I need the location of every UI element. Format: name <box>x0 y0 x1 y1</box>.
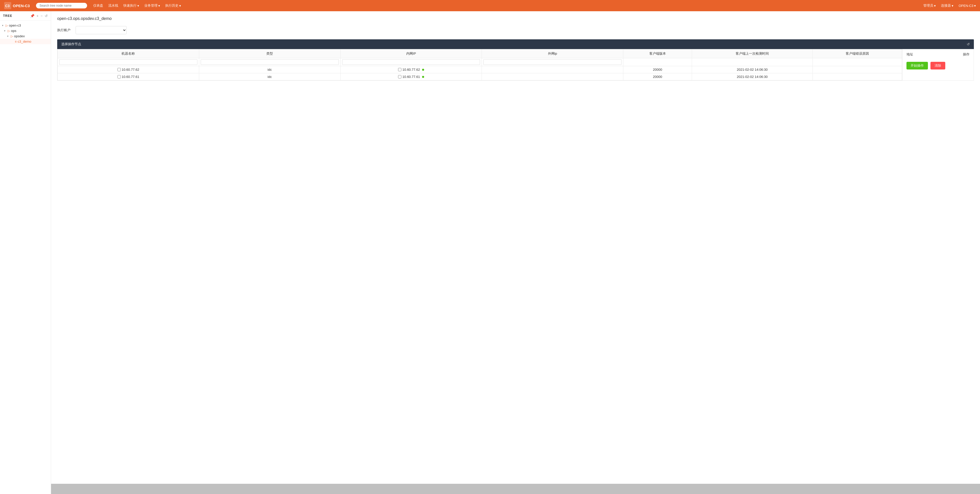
folder-icon: ▷ <box>6 24 8 27</box>
action-buttons: 开始操作 清除 <box>907 62 969 70</box>
cell-type: idc <box>199 66 340 73</box>
table-area: 机器名称 类型 内网IP 外网ip 客户端版本 客户端上一次检测时间 客户端错误… <box>57 49 974 81</box>
gray-area <box>51 484 980 494</box>
start-button[interactable]: 开始操作 <box>907 62 928 70</box>
account-form-row: 执行账户 <box>57 26 974 34</box>
row1-status-dot <box>422 69 424 71</box>
filter-name-cell <box>58 58 199 66</box>
file-icon: ≡ <box>15 40 17 43</box>
tree-toggle: ▾ <box>7 35 11 38</box>
row2-inner-ip: 10.60.77.61 <box>402 75 420 79</box>
sidebar-header: TREE 📌 + − ↺ <box>0 11 51 21</box>
row2-checkbox[interactable] <box>118 75 121 78</box>
main-nav: 仪表盘 流水线 快速执行 ▾ 业务管理 ▾ 执行历史 ▾ <box>93 3 918 8</box>
row1-ip-checkbox[interactable] <box>398 68 401 71</box>
nav-dashboard[interactable]: 仪表盘 <box>93 3 103 8</box>
cell-outer-ip <box>482 66 623 73</box>
tree-label: opsdev <box>14 34 25 38</box>
filter-type-input[interactable] <box>201 59 339 65</box>
pin-icon[interactable]: 📌 <box>30 14 35 18</box>
cell-error <box>813 66 902 73</box>
col-outer-ip: 外网ip <box>482 49 623 58</box>
clear-button[interactable]: 清除 <box>931 62 945 70</box>
header-right: 管理员 ▾ 连接器 ▾ OPEN-C3 ▾ <box>923 3 976 8</box>
cell-name: 10.60.77.62 <box>58 66 199 73</box>
tree-node-c3-demo[interactable]: ≡ c3_demo <box>0 39 51 44</box>
filter-row <box>58 58 902 66</box>
row1-name: 10.60.77.62 <box>122 68 139 72</box>
folder-icon: ▷ <box>8 29 10 33</box>
tree-node-ops[interactable]: ▾ ▷ ops <box>0 28 51 33</box>
page-title: open-c3.ops.opsdev.c3_demo <box>57 16 974 21</box>
main-content: open-c3.ops.opsdev.c3_demo 执行账户 选择操作节点 ↺ <box>51 11 980 484</box>
tree-label: c3_demo <box>18 40 31 43</box>
filter-name-input[interactable] <box>59 59 197 65</box>
filter-outer-ip-cell <box>482 58 623 66</box>
filter-outer-ip-input[interactable] <box>484 59 622 65</box>
cell-version: 20000 <box>623 73 692 80</box>
row2-status-dot <box>422 76 424 78</box>
section-title: 选择操作节点 <box>61 42 81 46</box>
table-row: 10.60.77.62 idc 10.60.77.62 <box>58 66 902 73</box>
app-logo[interactable]: C3 OPEN-C3 <box>4 2 30 9</box>
filter-version-cell <box>623 58 692 66</box>
tree-label: open-c3 <box>9 24 21 27</box>
svg-text:C3: C3 <box>5 4 10 8</box>
cell-outer-ip <box>482 73 623 80</box>
select-nodes-section: 选择操作节点 ↺ 机器名称 类型 内网IP 外网ip <box>57 39 974 81</box>
tree-toggle: ▾ <box>4 29 8 32</box>
nav-biz-mgmt[interactable]: 业务管理 ▾ <box>144 3 160 8</box>
cell-name: 10.60.77.61 <box>58 73 199 80</box>
add-node-icon[interactable]: + <box>37 14 38 18</box>
left-table: 机器名称 类型 内网IP 外网ip 客户端版本 客户端上一次检测时间 客户端错误… <box>57 49 902 80</box>
col-error: 客户端错误原因 <box>813 49 902 58</box>
refresh-icon[interactable]: ↺ <box>45 14 48 18</box>
tree-toggle: ▾ <box>2 24 6 27</box>
sidebar-icons: 📌 + − ↺ <box>30 14 48 18</box>
connector-menu[interactable]: 连接器 ▾ <box>941 3 953 8</box>
col-last-check: 客户端上一次检测时间 <box>692 49 813 58</box>
section-refresh-icon[interactable]: ↺ <box>967 42 970 46</box>
filter-type-cell <box>199 58 340 66</box>
row1-inner-ip: 10.60.77.62 <box>402 68 420 72</box>
row2-name: 10.60.77.61 <box>122 75 139 79</box>
filter-inner-ip-input[interactable] <box>342 59 480 65</box>
cell-last-check: 2021-02-02 14:06:30 <box>692 66 813 73</box>
tree-node-open-c3[interactable]: ▾ ▷ open-c3 <box>0 23 51 28</box>
right-side-area: 地址 操作 开始操作 清除 <box>902 49 974 80</box>
col-name: 机器名称 <box>58 49 199 58</box>
app-header: C3 OPEN-C3 仪表盘 流水线 快速执行 ▾ 业务管理 ▾ 执行历史 ▾ … <box>0 0 980 11</box>
cell-error <box>813 73 902 80</box>
cell-type: idc <box>199 73 340 80</box>
col-inner-ip: 内网IP <box>340 49 482 58</box>
cell-inner-ip: 10.60.77.61 <box>340 73 482 80</box>
tree-container: ▾ ▷ open-c3 ▾ ▷ ops ▾ ▷ opsdev ≡ c3_demo <box>0 21 51 46</box>
nav-exec-history[interactable]: 执行历史 ▾ <box>165 3 181 8</box>
account-select[interactable] <box>76 26 127 34</box>
open-c3-menu[interactable]: OPEN-C3 ▾ <box>959 4 976 8</box>
table-row: 10.60.77.61 idc 10.60.77.61 <box>58 73 902 80</box>
addr-col-title: 地址 <box>907 52 913 57</box>
filter-check-cell <box>692 58 813 66</box>
tree-node-opsdev[interactable]: ▾ ▷ opsdev <box>0 33 51 39</box>
logo-text: OPEN-C3 <box>13 3 30 8</box>
col-client-version: 客户端版本 <box>623 49 692 58</box>
sidebar: TREE 📌 + − ↺ ▾ ▷ open-c3 ▾ ▷ ops <box>0 11 51 494</box>
nav-pipeline[interactable]: 流水线 <box>108 3 118 8</box>
filter-inner-ip-cell <box>340 58 482 66</box>
account-label: 执行账户 <box>57 28 73 32</box>
row1-checkbox[interactable] <box>118 68 121 71</box>
admin-menu[interactable]: 管理员 ▾ <box>923 3 936 8</box>
remove-node-icon[interactable]: − <box>41 14 43 18</box>
cell-last-check: 2021-02-02 14:06:30 <box>692 73 813 80</box>
tree-label: ops <box>11 29 16 33</box>
search-input[interactable] <box>36 3 87 8</box>
op-col-title: 操作 <box>963 52 969 57</box>
col-type: 类型 <box>199 49 340 58</box>
row2-ip-checkbox[interactable] <box>398 75 401 78</box>
main-layout: TREE 📌 + − ↺ ▾ ▷ open-c3 ▾ ▷ ops <box>0 11 980 494</box>
cell-version: 20000 <box>623 66 692 73</box>
section-header: 选择操作节点 ↺ <box>57 39 974 49</box>
logo-icon: C3 <box>4 2 11 9</box>
nav-quick-exec[interactable]: 快速执行 ▾ <box>123 3 139 8</box>
